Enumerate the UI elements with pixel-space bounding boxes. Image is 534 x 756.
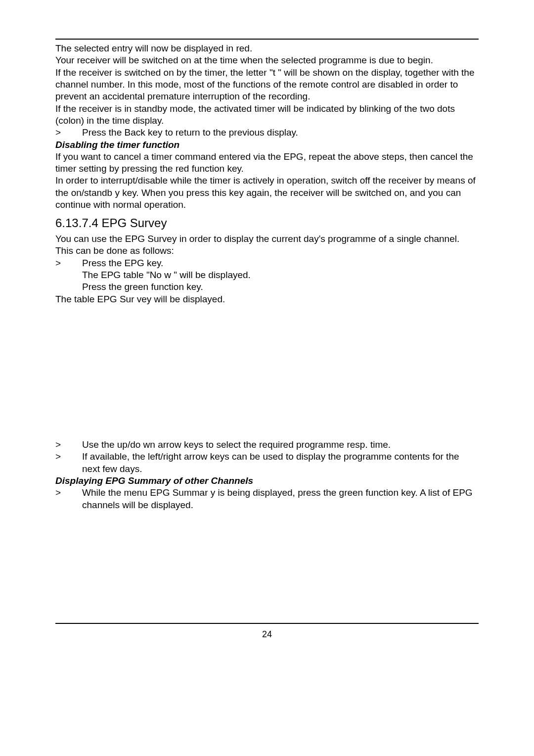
step-marker: >	[55, 439, 82, 451]
page-number: 24	[55, 629, 479, 640]
para-epg-survey-intro: You can use the EPG Survey in order to d…	[55, 233, 479, 257]
step-marker: >	[55, 257, 82, 269]
step-updown: > Use the up/do wn arrow keys to select …	[55, 439, 479, 451]
step-back: > Press the Back key to return to the pr…	[55, 127, 479, 139]
bottom-image-placeholder	[55, 511, 479, 620]
step-marker: >	[55, 451, 82, 475]
para-receiver-switch: Your receiver will be switched on at the…	[55, 54, 479, 66]
para-survey-table: The table EPG Sur vey will be displayed.	[55, 293, 479, 305]
step-press-green: Press the green function key.	[82, 281, 479, 293]
step-updown-text: Use the up/do wn arrow keys to select th…	[82, 439, 479, 451]
step-leftright-text: If available, the left/right arrow keys …	[82, 451, 479, 475]
para-interrupt-disable: In order to interrupt/disable while the …	[55, 175, 479, 211]
heading-other-channels: Displaying EPG Summary of other Channels	[55, 475, 479, 487]
step-marker: >	[55, 127, 82, 139]
bottom-rule	[55, 623, 479, 624]
top-rule	[55, 39, 479, 40]
step-summary: > While the menu EPG Summar y is being d…	[55, 487, 479, 511]
step-back-text: Press the Back key to return to the prev…	[82, 127, 479, 139]
para-timer-letter: If the receiver is switched on by the ti…	[55, 67, 479, 103]
heading-disable-timer: Disabling the timer function	[55, 139, 479, 151]
para-standby: If the receiver is in standby mode, the …	[55, 103, 479, 127]
heading-epg-survey: 6.13.7.4 EPG Survey	[55, 216, 479, 231]
step-leftright: > If available, the left/right arrow key…	[55, 451, 479, 475]
step-summary-text: While the menu EPG Summar y is being dis…	[82, 487, 479, 511]
para-cancel-timer: If you want to cancel a timer command en…	[55, 151, 479, 175]
step-now-table: The EPG table "No w " will be displayed.	[82, 269, 479, 281]
para-selected-red: The selected entry will now be displayed…	[55, 43, 479, 54]
step-marker: >	[55, 487, 82, 511]
survey-image-placeholder	[55, 305, 479, 439]
step-press-epg-text: Press the EPG key.	[82, 257, 479, 269]
step-press-epg: > Press the EPG key.	[55, 257, 479, 269]
